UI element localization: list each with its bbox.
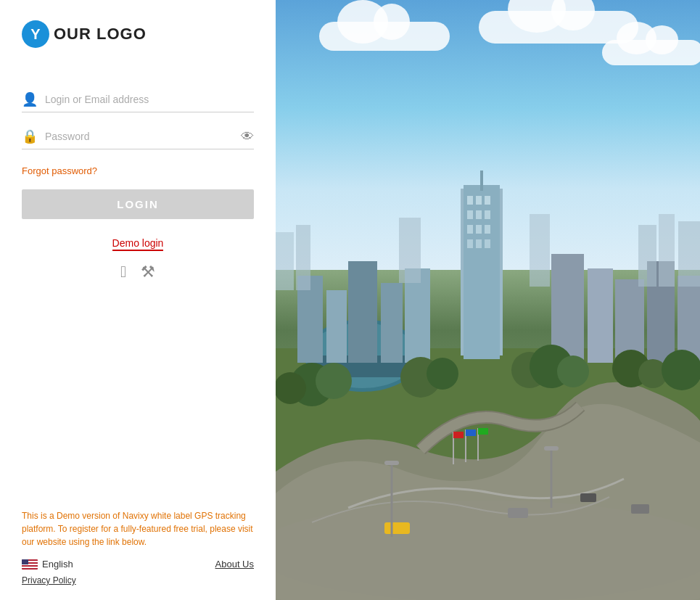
app-store-icons:  ⚒	[22, 263, 254, 281]
demo-notice-text: This is a Demo version of Navixy white l…	[22, 509, 254, 548]
svg-rect-23	[348, 261, 377, 363]
demo-login-link[interactable]: Demo login	[112, 237, 164, 251]
svg-rect-22	[326, 290, 347, 363]
footer-lang-row: English About Us	[22, 559, 254, 570]
language-selector[interactable]: English	[22, 559, 73, 570]
eye-toggle-icon[interactable]: 👁	[241, 129, 254, 144]
svg-point-40	[276, 372, 306, 404]
svg-rect-35	[638, 225, 656, 287]
logo-area: Y OUR LOGO	[22, 20, 254, 48]
logo-text: OUR LOGO	[54, 25, 147, 44]
us-flag-icon	[22, 559, 38, 570]
password-input[interactable]	[45, 131, 241, 142]
svg-rect-12	[476, 225, 482, 234]
svg-rect-17	[480, 170, 483, 191]
svg-rect-13	[485, 225, 490, 234]
svg-rect-60	[466, 430, 476, 436]
svg-rect-56	[544, 446, 559, 451]
login-button[interactable]: LOGIN	[22, 189, 254, 219]
svg-rect-15	[476, 239, 482, 248]
footer-area: This is a Demo version of Navixy white l…	[22, 509, 254, 585]
lock-icon: 🔒	[22, 128, 38, 144]
svg-rect-49	[384, 522, 410, 534]
svg-rect-10	[485, 210, 490, 219]
password-input-group: 🔒 👁	[22, 128, 254, 149]
demo-login-wrap: Demo login	[22, 237, 254, 250]
svg-rect-50	[508, 508, 528, 518]
svg-rect-11	[467, 225, 473, 234]
language-label: English	[42, 559, 73, 570]
svg-rect-27	[588, 268, 613, 363]
svg-rect-32	[296, 225, 310, 290]
left-panel: Y OUR LOGO 👤 🔒 👁 Forgot password? LOGIN …	[0, 0, 276, 600]
svg-rect-52	[631, 504, 649, 514]
email-input[interactable]	[45, 94, 254, 105]
svg-rect-9	[476, 210, 482, 219]
svg-point-42	[427, 358, 458, 390]
svg-rect-54	[384, 461, 399, 465]
svg-rect-31	[276, 232, 294, 290]
about-us-link[interactable]: About Us	[215, 559, 254, 570]
svg-rect-30	[678, 276, 700, 363]
svg-rect-58	[453, 432, 464, 438]
svg-point-45	[557, 356, 589, 387]
android-icon[interactable]: ⚒	[141, 263, 155, 281]
svg-rect-62	[478, 428, 488, 435]
svg-rect-37	[678, 221, 700, 287]
forgot-password-link[interactable]: Forgot password?	[22, 165, 254, 176]
svg-rect-8	[467, 210, 473, 219]
logo-icon: Y	[22, 20, 49, 48]
svg-rect-36	[659, 214, 675, 287]
svg-rect-7	[485, 196, 490, 205]
email-input-group: 👤	[22, 91, 254, 112]
svg-rect-33	[399, 218, 421, 283]
person-icon: 👤	[22, 91, 38, 107]
svg-rect-16	[485, 239, 490, 248]
city-svg	[276, 0, 700, 600]
svg-rect-34	[530, 214, 550, 287]
privacy-policy-link[interactable]: Privacy Policy	[22, 575, 254, 585]
apple-icon[interactable]: 	[120, 263, 126, 281]
svg-rect-5	[467, 196, 473, 205]
svg-rect-14	[467, 239, 473, 248]
svg-rect-6	[476, 196, 482, 205]
right-panel	[276, 0, 700, 600]
svg-point-39	[316, 363, 352, 399]
svg-rect-24	[381, 283, 403, 363]
svg-rect-51	[580, 493, 596, 502]
